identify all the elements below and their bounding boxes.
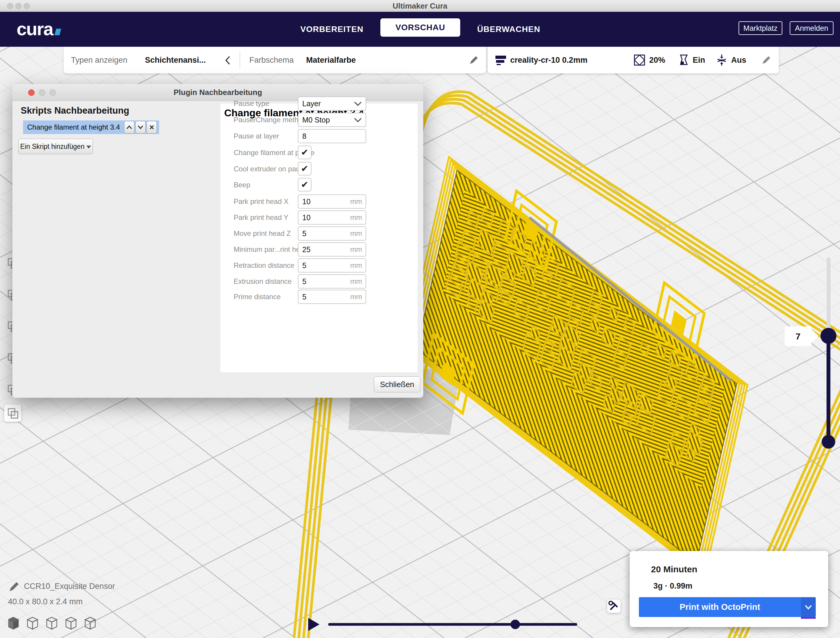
setting-label: Beep (234, 178, 250, 192)
print-options-dropdown[interactable] (801, 597, 816, 617)
macos-titlebar: Ultimaker Cura (0, 0, 840, 12)
setting-row: Park print head Y10mm (220, 211, 418, 225)
setting-input[interactable]: 5mm (298, 258, 366, 272)
window-title: Ultimaker Cura (0, 0, 840, 12)
setting-row: Beep✔ (220, 178, 418, 192)
edit-printer-pencil-icon[interactable] (761, 55, 771, 65)
setting-input[interactable]: 5mm (298, 274, 366, 288)
setting-dropdown[interactable]: Layer (298, 97, 366, 111)
post-processing-dialog: Plugin Nachbearbeitung Skripts Nachbearb… (13, 84, 423, 398)
setting-row: Cool extruder on pause✔ (220, 162, 418, 176)
color-scheme-label: Farbschema (249, 47, 294, 73)
rename-pencil-icon[interactable] (8, 581, 21, 592)
setting-label: Pause/Change method (234, 113, 306, 127)
setting-input[interactable]: 25mm (298, 242, 366, 256)
close-dialog-button[interactable]: Schließen (374, 377, 420, 393)
selected-script-row[interactable]: Change filament at height 3.4 (23, 120, 159, 134)
marketplace-button[interactable]: Marktplatz (739, 21, 782, 35)
setting-checkbox[interactable]: ✔ (298, 146, 311, 159)
setting-row: Change filament at pause✔ (220, 146, 418, 160)
caret-down-icon (86, 146, 91, 149)
setting-label: Move print head Z (234, 226, 291, 241)
layer-slider-bottom-handle[interactable] (822, 435, 835, 449)
printer-profile[interactable]: creality-cr-10 0.2mm (510, 47, 587, 73)
print-settings-tool-button[interactable] (607, 600, 621, 613)
setting-row: Park print head X10mm (220, 195, 418, 209)
selected-script-label: Change filament at height 3.4 (27, 120, 120, 134)
setting-input[interactable]: 10mm (298, 195, 366, 209)
setting-row: Pause at layer8 (220, 129, 418, 143)
setting-row: Retraction distance5mm (220, 258, 418, 272)
camera-view-icons[interactable] (8, 616, 115, 632)
setting-row: Pause typeLayer (220, 97, 418, 111)
tab-überwachen[interactable]: ÜBERWACHEN (475, 12, 542, 47)
cura-logo-dot (54, 29, 61, 35)
infill-value[interactable]: 20% (649, 47, 665, 73)
setting-input[interactable]: 10mm (298, 211, 366, 225)
scripts-heading: Skripts Nachbearbeitung (21, 105, 129, 116)
view-type-value[interactable]: Schichtenansi... (145, 47, 206, 73)
setting-row: Minimum par...rint head Z25mm (220, 242, 418, 256)
setting-label: Pause at layer (234, 129, 279, 143)
setting-checkbox[interactable]: ✔ (298, 178, 311, 192)
setting-label: Retraction distance (234, 258, 294, 272)
chevron-down-icon (354, 117, 362, 123)
print-button-label: Print with OctoPrint (639, 597, 801, 617)
setting-checkbox[interactable]: ✔ (298, 162, 311, 176)
view-settings-toolbar: Typen anzeigen Schichtenansi... Farbsche… (63, 47, 486, 73)
wrench-icon (607, 600, 621, 613)
tab-vorschau[interactable]: VORSCHAU (381, 18, 460, 37)
layer-slider-handle[interactable] (821, 328, 837, 344)
current-layer-number: 7 (796, 331, 801, 341)
move-script-down-button[interactable] (136, 121, 145, 133)
setting-input[interactable]: 5mm (298, 226, 366, 241)
edit-pencil-icon[interactable] (469, 55, 479, 65)
print-time: 20 Minuten (651, 564, 698, 575)
setting-label: Prime distance (234, 290, 281, 304)
printer-icon (495, 54, 507, 66)
setting-dropdown[interactable]: M0 Stop (298, 113, 366, 127)
setting-label: Extrusion distance (234, 274, 292, 288)
add-script-button[interactable]: Ein Skript hinzufügen (18, 139, 93, 154)
view-type-label: Typen anzeigen (71, 47, 128, 73)
printer-settings-toolbar: creality-cr-10 0.2mm 20% Ein Aus (488, 47, 779, 73)
support-value[interactable]: Ein (693, 47, 705, 73)
layer-slider-track[interactable] (827, 258, 831, 337)
setting-input[interactable]: 5mm (298, 290, 366, 304)
playbar-handle[interactable] (510, 620, 520, 629)
adhesion-value[interactable]: Aus (731, 47, 746, 73)
setting-label: Cool extruder on pause (234, 162, 308, 176)
chevron-down-icon (354, 101, 362, 106)
setting-label: Park print head Y (234, 211, 288, 225)
chevron-left-icon[interactable] (225, 55, 231, 65)
setting-label: Pause type (234, 97, 269, 111)
material-usage: 3g · 0.99m (654, 581, 692, 591)
remove-script-button[interactable] (147, 121, 157, 133)
tool-support-blocker-button[interactable] (4, 405, 21, 422)
setting-row: Pause/Change methodM0 Stop (220, 113, 418, 127)
setting-label: Park print head X (234, 195, 288, 209)
move-script-up-button[interactable] (124, 121, 134, 133)
support-icon (678, 54, 689, 66)
setting-row: Extrusion distance5mm (220, 274, 418, 288)
color-scheme-value[interactable]: Materialfarbe (306, 47, 356, 73)
setting-row: Move print head Z5mm (220, 226, 418, 241)
setting-input[interactable]: 8 (298, 129, 366, 143)
script-settings-panel: Change filament at height 3.4 Pause type… (220, 104, 418, 372)
app-header: cura VORBEREITENVORSCHAUÜBERWACHEN Markt… (0, 12, 840, 47)
object-name[interactable]: CCR10_Exquisite Densor (24, 582, 115, 591)
print-with-octoprint-button[interactable]: Print with OctoPrint (639, 597, 816, 617)
object-dimensions: 40.0 x 80.0 x 2.4 mm (8, 597, 82, 606)
adhesion-icon (716, 54, 727, 66)
tab-vorbereiten[interactable]: VORBEREITEN (299, 12, 365, 47)
setting-row: Prime distance5mm (220, 290, 418, 304)
cura-logo: cura (17, 18, 60, 40)
signin-button[interactable]: Anmelden (790, 21, 834, 35)
infill-icon (634, 54, 645, 66)
